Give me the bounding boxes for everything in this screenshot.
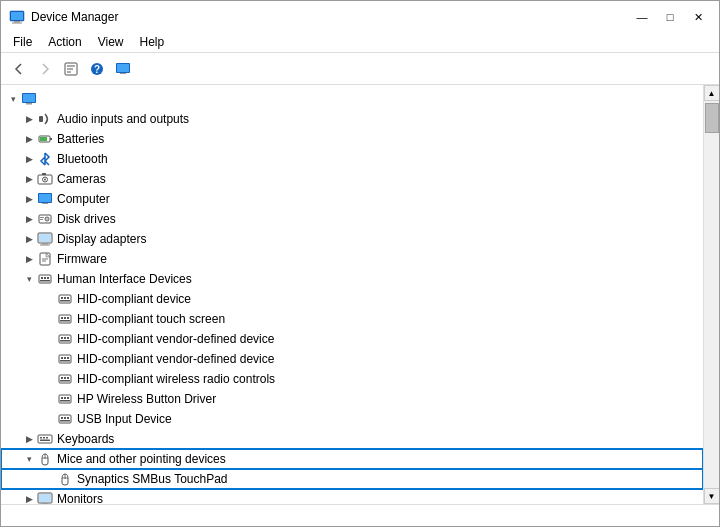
tree-hid[interactable]: ▾ Human Interface Devices <box>1 269 703 289</box>
svg-rect-58 <box>67 337 69 339</box>
scroll-track[interactable] <box>704 101 720 488</box>
svg-rect-83 <box>46 437 48 439</box>
bluetooth-expand: ▶ <box>21 151 37 167</box>
mice-expand: ▾ <box>21 451 37 467</box>
hid3-icon <box>57 331 73 347</box>
tree-hid2[interactable]: ▶ HID-compliant touch screen <box>1 309 703 329</box>
computer-label: Computer <box>57 192 110 206</box>
keyboards-expand: ▶ <box>21 431 37 447</box>
close-button[interactable]: ✕ <box>685 8 711 26</box>
svg-rect-76 <box>61 417 63 419</box>
disk-expand: ▶ <box>21 211 37 227</box>
synaptics-icon <box>57 471 73 487</box>
computer-icon <box>37 191 53 207</box>
svg-rect-2 <box>14 21 20 23</box>
firmware-label: Firmware <box>57 252 107 266</box>
svg-rect-3 <box>12 23 22 24</box>
svg-rect-73 <box>67 397 69 399</box>
svg-rect-57 <box>64 337 66 339</box>
mice-label: Mice and other pointing devices <box>57 452 226 466</box>
svg-rect-53 <box>67 317 69 319</box>
window-controls: — □ ✕ <box>629 8 711 26</box>
svg-rect-46 <box>61 297 63 299</box>
tree-hid5[interactable]: ▶ HID-compliant wireless radio controls <box>1 369 703 389</box>
svg-rect-79 <box>60 420 70 422</box>
menu-action[interactable]: Action <box>40 33 89 51</box>
svg-rect-59 <box>60 340 70 342</box>
hid-expand: ▾ <box>21 271 37 287</box>
svg-rect-64 <box>60 360 70 362</box>
svg-rect-84 <box>40 440 50 442</box>
toolbar-properties[interactable] <box>59 57 83 81</box>
hid2-label: HID-compliant touch screen <box>77 312 225 326</box>
keyboards-label: Keyboards <box>57 432 114 446</box>
tree-display[interactable]: ▶ Display adapters <box>1 229 703 249</box>
svg-rect-72 <box>64 397 66 399</box>
svg-rect-51 <box>61 317 63 319</box>
disk-icon <box>37 211 53 227</box>
hid1-label: HID-compliant device <box>77 292 191 306</box>
menu-view[interactable]: View <box>90 33 132 51</box>
tree-root[interactable]: ▾ <box>1 89 703 109</box>
title-bar: Device Manager — □ ✕ <box>1 1 719 31</box>
app-icon <box>9 9 25 25</box>
tree-disk[interactable]: ▶ Disk drives <box>1 209 703 229</box>
hid1-icon <box>57 291 73 307</box>
tree-view[interactable]: ▾ ▶ <box>1 85 703 504</box>
tree-batteries[interactable]: ▶ Batteries <box>1 129 703 149</box>
display-icon <box>37 231 53 247</box>
svg-rect-69 <box>60 380 70 382</box>
menu-file[interactable]: File <box>5 33 40 51</box>
audio-icon <box>37 111 53 127</box>
svg-rect-61 <box>61 357 63 359</box>
tree-hid3[interactable]: ▶ HID-compliant vendor-defined device <box>1 329 703 349</box>
maximize-button[interactable]: □ <box>657 8 683 26</box>
root-expand-arrow: ▾ <box>5 91 21 107</box>
hid6-icon <box>57 391 73 407</box>
toolbar-back[interactable] <box>7 57 31 81</box>
tree-bluetooth[interactable]: ▶ Bluetooth <box>1 149 703 169</box>
svg-rect-19 <box>40 137 47 141</box>
batteries-expand: ▶ <box>21 131 37 147</box>
display-label: Display adapters <box>57 232 146 246</box>
toolbar-forward[interactable] <box>33 57 57 81</box>
tree-monitors[interactable]: ▶ Monitors <box>1 489 703 504</box>
svg-rect-18 <box>50 138 52 140</box>
tree-computer[interactable]: ▶ Computer <box>1 189 703 209</box>
svg-rect-34 <box>42 243 48 245</box>
tree-cameras[interactable]: ▶ Cameras <box>1 169 703 189</box>
svg-rect-14 <box>23 94 35 102</box>
hid4-label: HID-compliant vendor-defined device <box>77 352 274 366</box>
audio-expand: ▶ <box>21 111 37 127</box>
svg-rect-1 <box>11 12 23 20</box>
scrollbar-right[interactable]: ▲ ▼ <box>703 85 719 504</box>
monitors-icon <box>37 491 53 504</box>
scroll-down-arrow[interactable]: ▼ <box>704 488 720 504</box>
tree-hid4[interactable]: ▶ HID-compliant vendor-defined device <box>1 349 703 369</box>
tree-audio[interactable]: ▶ Audio inputs and outputs <box>1 109 703 129</box>
toolbar-help[interactable]: ? <box>85 57 109 81</box>
svg-rect-62 <box>64 357 66 359</box>
svg-rect-25 <box>39 194 51 202</box>
svg-rect-48 <box>67 297 69 299</box>
svg-rect-82 <box>43 437 45 439</box>
menu-help[interactable]: Help <box>132 33 173 51</box>
monitors-label: Monitors <box>57 492 103 504</box>
tree-mice[interactable]: ▾ Mice and other pointing devices <box>1 449 703 469</box>
tree-keyboards[interactable]: ▶ Keyboards <box>1 429 703 449</box>
scroll-up-arrow[interactable]: ▲ <box>704 85 720 101</box>
svg-rect-26 <box>42 203 48 204</box>
tree-hid6[interactable]: ▶ HP Wireless Button Driver <box>1 389 703 409</box>
tree-hid1[interactable]: ▶ HID-compliant device <box>1 289 703 309</box>
tree-hid7[interactable]: ▶ USB Input Device <box>1 409 703 429</box>
svg-rect-23 <box>42 173 46 175</box>
tree-firmware[interactable]: ▶ Firmware <box>1 249 703 269</box>
toolbar-computer[interactable] <box>111 57 135 81</box>
hid7-label: USB Input Device <box>77 412 172 426</box>
minimize-button[interactable]: — <box>629 8 655 26</box>
hid5-label: HID-compliant wireless radio controls <box>77 372 275 386</box>
tree-synaptics[interactable]: ▶ Synaptics SMBus TouchPad <box>1 469 703 489</box>
root-icon <box>21 91 37 107</box>
svg-point-22 <box>44 179 46 181</box>
svg-rect-80 <box>38 435 52 443</box>
